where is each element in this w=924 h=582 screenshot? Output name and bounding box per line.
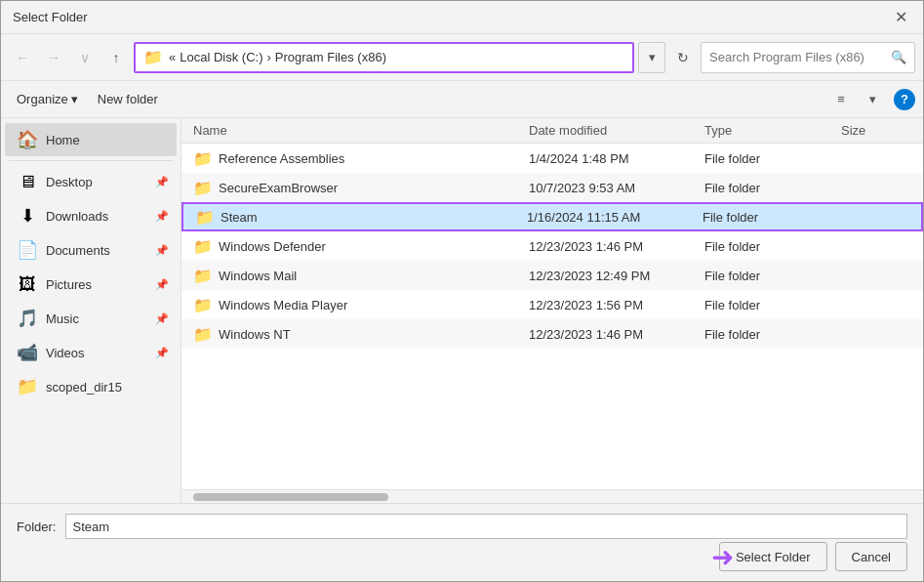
organize-button[interactable]: Organize ▾ xyxy=(9,87,86,112)
view-dropdown-button[interactable]: ▾ xyxy=(859,87,886,112)
file-date-cell: 12/23/2023 1:46 PM xyxy=(525,239,701,254)
desktop-pin-icon: 📌 xyxy=(155,176,169,188)
file-list-scroll[interactable]: 📁 Reference Assemblies 1/4/2024 1:48 PM … xyxy=(181,144,923,489)
file-name-cell: 📁 Windows Media Player xyxy=(189,296,525,314)
file-date-cell: 10/7/2023 9:53 AM xyxy=(525,181,701,195)
sidebar: 🏠 Home 🖥 Desktop 📌 ⬇ Downloads 📌 📄 Docum… xyxy=(1,118,181,503)
sidebar-item-scoped[interactable]: 📁 scoped_dir15 xyxy=(5,370,177,403)
folder-input[interactable] xyxy=(65,514,907,539)
address-bar-row: ← → ∨ ↑ 📁 « Local Disk (C:) › Program Fi… xyxy=(1,34,923,81)
refresh-icon: ↻ xyxy=(677,50,689,65)
folder-icon: 📁 xyxy=(193,325,213,344)
file-type-cell: File folder xyxy=(701,327,837,342)
scrollbar-thumb[interactable] xyxy=(193,493,388,501)
search-icon: 🔍 xyxy=(891,50,906,64)
button-row: ➜ Select Folder Cancel xyxy=(17,542,907,571)
table-row[interactable]: 📁 Windows Media Player 12/23/2023 1:56 P… xyxy=(181,290,923,319)
videos-icon: 📹 xyxy=(17,342,38,363)
sidebar-item-pictures[interactable]: 🖼 Pictures 📌 xyxy=(5,268,177,301)
folder-icon: 📁 xyxy=(193,149,213,168)
address-box[interactable]: 📁 « Local Disk (C:) › Program Files (x86… xyxy=(134,42,634,73)
address-dropdown-button[interactable]: ▾ xyxy=(638,42,665,73)
file-name-cell: 📁 Windows Defender xyxy=(189,237,525,256)
home-icon: 🏠 xyxy=(17,129,38,150)
file-name-cell: 📁 Steam xyxy=(191,208,523,227)
file-type-cell: File folder xyxy=(701,181,837,195)
folder-icon: 📁 xyxy=(193,179,213,197)
folder-icon: 📁 xyxy=(193,296,213,314)
pictures-icon: 🖼 xyxy=(17,274,38,295)
toolbar: Organize ▾ New folder ≡ ▾ ? xyxy=(1,81,923,118)
col-date[interactable]: Date modified xyxy=(525,123,701,138)
sidebar-item-videos[interactable]: 📹 Videos 📌 xyxy=(5,336,177,369)
down-icon: ∨ xyxy=(80,50,90,65)
music-pin-icon: 📌 xyxy=(155,312,169,325)
view-button[interactable]: ≡ xyxy=(827,87,855,112)
folder-icon: 📁 xyxy=(195,208,215,227)
table-row[interactable]: 📁 Windows Defender 12/23/2023 1:46 PM Fi… xyxy=(181,231,923,261)
desktop-icon: 🖥 xyxy=(17,172,38,192)
sidebar-item-home[interactable]: 🏠 Home xyxy=(5,123,177,156)
sidebar-item-desktop[interactable]: 🖥 Desktop 📌 xyxy=(5,165,177,198)
new-folder-button[interactable]: New folder xyxy=(90,87,166,112)
address-path: « Local Disk (C:) › Program Files (x86) xyxy=(169,50,386,64)
footer: Folder: ➜ Select Folder Cancel xyxy=(1,503,923,581)
title-bar: Select Folder ✕ xyxy=(1,1,923,34)
forward-icon: → xyxy=(47,50,60,65)
file-date-cell: 12/23/2023 12:49 PM xyxy=(525,269,701,283)
address-folder-icon: 📁 xyxy=(143,48,163,66)
folder-icon: 📁 xyxy=(193,237,213,256)
select-folder-button[interactable]: Select Folder xyxy=(719,542,827,571)
forward-button[interactable]: → xyxy=(40,44,67,71)
file-name-cell: 📁 Windows NT xyxy=(189,325,525,344)
file-type-cell: File folder xyxy=(701,151,837,166)
back-icon: ← xyxy=(16,50,29,65)
sidebar-item-downloads[interactable]: ⬇ Downloads 📌 xyxy=(5,199,177,232)
table-row[interactable]: 📁 Steam 1/16/2024 11:15 AM File folder xyxy=(181,202,923,231)
cancel-button[interactable]: Cancel xyxy=(835,542,907,571)
search-input[interactable] xyxy=(709,50,887,64)
documents-icon: 📄 xyxy=(17,239,38,261)
table-row[interactable]: 📁 Reference Assemblies 1/4/2024 1:48 PM … xyxy=(181,144,923,173)
refresh-button[interactable]: ↻ xyxy=(669,44,697,71)
file-type-cell: File folder xyxy=(701,269,837,283)
file-name-cell: 📁 SecureExamBrowser xyxy=(189,179,525,197)
scoped-folder-icon: 📁 xyxy=(17,376,38,397)
col-name[interactable]: Name xyxy=(189,123,525,138)
file-name-cell: 📁 Reference Assemblies xyxy=(189,149,525,168)
file-date-cell: 12/23/2023 1:56 PM xyxy=(525,298,701,312)
dialog-title: Select Folder xyxy=(13,10,88,24)
file-type-cell: File folder xyxy=(699,210,835,225)
horizontal-scrollbar[interactable] xyxy=(181,489,923,503)
help-button[interactable]: ? xyxy=(894,89,915,110)
main-content: 🏠 Home 🖥 Desktop 📌 ⬇ Downloads 📌 📄 Docum… xyxy=(1,118,923,503)
search-box[interactable]: 🔍 xyxy=(701,42,915,73)
downloads-pin-icon: 📌 xyxy=(155,210,169,223)
back-button[interactable]: ← xyxy=(9,44,36,71)
downloads-icon: ⬇ xyxy=(17,205,38,227)
file-date-cell: 12/23/2023 1:46 PM xyxy=(525,327,701,342)
folder-row: Folder: xyxy=(17,514,907,539)
file-list-area: Name Date modified Type Size 📁 Reference… xyxy=(181,118,923,503)
close-button[interactable]: ✕ xyxy=(886,6,915,29)
file-name-cell: 📁 Windows Mail xyxy=(189,267,525,285)
sidebar-item-music[interactable]: 🎵 Music 📌 xyxy=(5,302,177,335)
up-button[interactable]: ↑ xyxy=(102,44,130,71)
table-row[interactable]: 📁 Windows Mail 12/23/2023 12:49 PM File … xyxy=(181,261,923,290)
folder-label: Folder: xyxy=(17,520,56,534)
up-icon: ↑ xyxy=(113,50,120,65)
file-date-cell: 1/4/2024 1:48 PM xyxy=(525,151,701,166)
videos-pin-icon: 📌 xyxy=(155,347,169,359)
folder-icon: 📁 xyxy=(193,267,213,285)
file-date-cell: 1/16/2024 11:15 AM xyxy=(523,210,699,225)
col-size[interactable]: Size xyxy=(837,123,915,138)
file-type-cell: File folder xyxy=(701,298,837,312)
sidebar-divider xyxy=(9,160,173,161)
file-list-header: Name Date modified Type Size xyxy=(181,118,923,144)
recent-locations-button[interactable]: ∨ xyxy=(71,44,99,71)
table-row[interactable]: 📁 SecureExamBrowser 10/7/2023 9:53 AM Fi… xyxy=(181,173,923,202)
table-row[interactable]: 📁 Windows NT 12/23/2023 1:46 PM File fol… xyxy=(181,319,923,349)
sidebar-item-documents[interactable]: 📄 Documents 📌 xyxy=(5,233,177,267)
pictures-pin-icon: 📌 xyxy=(155,278,169,291)
col-type[interactable]: Type xyxy=(701,123,837,138)
